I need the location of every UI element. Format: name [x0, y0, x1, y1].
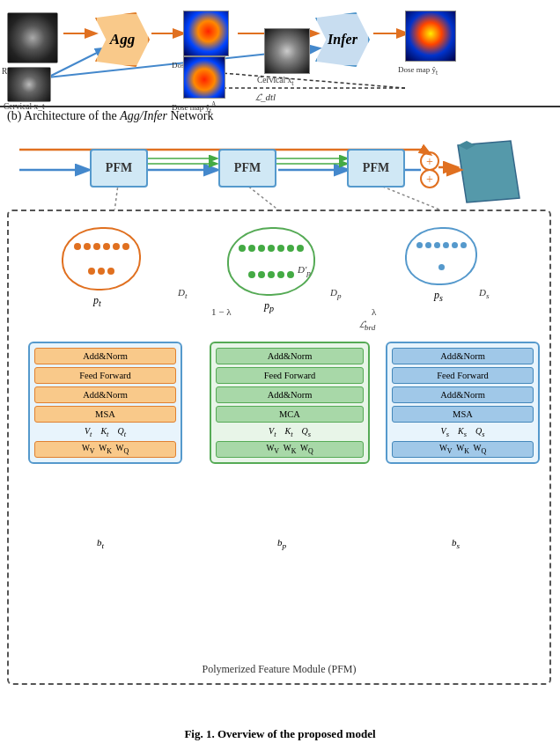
- l-brd-label: 𝓛brd: [359, 319, 375, 332]
- dose-map-yt-a: [183, 56, 225, 99]
- pfm-box-3[interactable]: PFM: [347, 149, 405, 188]
- dose-map-yt: [405, 11, 456, 62]
- right-weights: WV WK WQ: [392, 441, 534, 458]
- bt-label: bt: [97, 537, 104, 550]
- left-addnorm-top: Add&Norm: [34, 348, 176, 364]
- center-module: Add&Norm Feed Forward Add&Norm MCA Vt Kt…: [210, 342, 370, 464]
- pt-blob: [62, 227, 141, 291]
- left-module: Add&Norm Feed Forward Add&Norm MSA Vt Kt…: [28, 342, 182, 464]
- center-mca: MCA: [216, 406, 364, 423]
- left-msa: MSA: [34, 406, 176, 423]
- pfm-row: PFM PFM PFM: [0, 143, 560, 194]
- center-q: Qs: [301, 426, 310, 438]
- right-msa: MSA: [392, 406, 534, 423]
- ps-blob: [405, 227, 477, 285]
- center-weights: WV WK WQ: [216, 441, 364, 458]
- lambda-label: λ: [372, 306, 376, 317]
- center-k: Kt: [284, 426, 292, 438]
- left-weights: WV WK WQ: [34, 441, 176, 458]
- dose-map-yt-label: Dose map ŷt: [398, 65, 438, 77]
- dose-map-ys: [183, 11, 229, 56]
- pfm-caption: Polymerized Feature Module (PFM): [9, 663, 549, 676]
- center-addnorm-top: Add&Norm: [216, 348, 364, 364]
- dp-prime-label: D'p: [298, 264, 311, 277]
- center-feedforward: Feed Forward: [216, 367, 364, 384]
- center-v: Vt: [269, 426, 276, 438]
- right-q: Qs: [475, 426, 484, 438]
- dp-label: Dp: [330, 287, 342, 300]
- infer-box: Infer: [315, 12, 370, 67]
- right-feedforward: Feed Forward: [392, 367, 534, 384]
- ps-label: ps: [434, 289, 443, 303]
- dashed-container: pt pp ps Dt D'p 1 − λ Dp λ 𝓛brd Ds Add&N…: [7, 210, 551, 685]
- pp-label: pp: [264, 299, 274, 313]
- center-addnorm-bot: Add&Norm: [216, 386, 364, 403]
- right-v: Vs: [441, 426, 449, 438]
- ds-label: Ds: [479, 287, 490, 300]
- figure-caption: Fig. 1. Overview of the proposed model: [0, 727, 560, 741]
- bs-label: bs: [452, 537, 460, 550]
- right-addnorm-bot: Add&Norm: [392, 386, 534, 403]
- dt-label: Dt: [178, 287, 188, 300]
- pfm-box-2[interactable]: PFM: [218, 149, 276, 188]
- right-module: Add&Norm Feed Forward Add&Norm MSA Vs Ks…: [386, 342, 540, 464]
- cervical-center-label: Cervical xt: [257, 76, 294, 87]
- rectum-image: [7, 12, 58, 63]
- section-b-title: (b) Architecture of the Agg/Infer Networ…: [7, 109, 213, 123]
- pfm-box-1[interactable]: PFM: [90, 149, 148, 188]
- cervical-image: [7, 67, 51, 102]
- one-minus-lambda: 1 − λ: [211, 306, 232, 317]
- cervical-center-image: [264, 28, 310, 74]
- pp-blob: [227, 227, 315, 296]
- left-v: Vt: [85, 426, 92, 438]
- left-q: Qt: [117, 426, 126, 438]
- left-feedforward: Feed Forward: [34, 367, 176, 384]
- top-section: Rectum x_s Agg Dose map ŷsA Dose map ŷtA…: [0, 4, 560, 107]
- right-addnorm-top: Add&Norm: [392, 348, 534, 364]
- left-k: Kt: [100, 426, 108, 438]
- agg-box: Agg: [95, 12, 150, 67]
- right-k: Ks: [458, 426, 467, 438]
- left-addnorm-bot: Add&Norm: [34, 386, 176, 403]
- pt-label: pt: [93, 294, 101, 308]
- bp-label: bp: [277, 537, 286, 550]
- loss-label: 𝓛_dtl: [255, 92, 276, 103]
